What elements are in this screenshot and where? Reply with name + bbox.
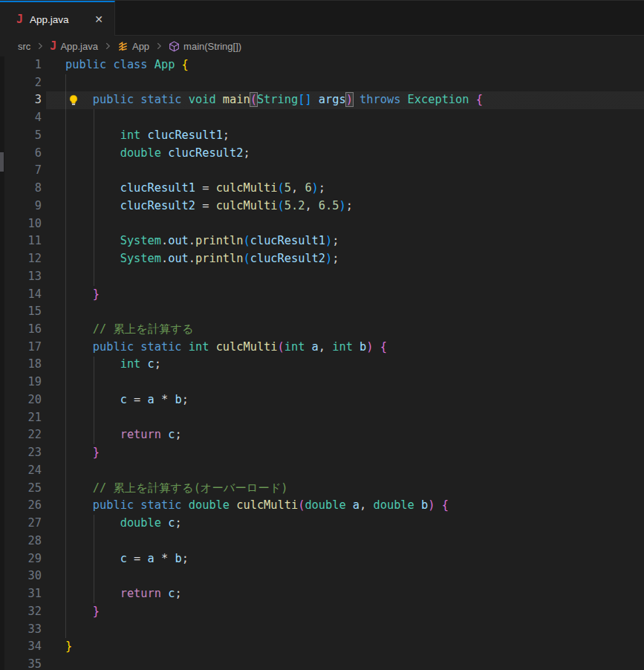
code-line-content[interactable]: [42, 215, 65, 233]
code-line[interactable]: 29 c = a * b;: [0, 550, 644, 568]
code-line-content[interactable]: public class App {: [42, 56, 189, 74]
code-line[interactable]: 24: [0, 462, 644, 480]
code-line[interactable]: 5 int clucResult1;: [0, 127, 644, 145]
code-line[interactable]: 22 return c;: [0, 426, 644, 444]
code-line-content[interactable]: // 累上を計算する(オーバーロード): [42, 480, 288, 498]
line-number[interactable]: 12: [0, 250, 42, 268]
code-line-content[interactable]: [42, 74, 65, 92]
line-number[interactable]: 23: [0, 444, 42, 462]
line-number[interactable]: 9: [0, 198, 42, 215]
code-line[interactable]: 15: [0, 303, 644, 321]
code-line-content[interactable]: [42, 462, 65, 480]
line-number[interactable]: 19: [0, 374, 42, 391]
line-number[interactable]: 26: [0, 497, 42, 515]
line-number[interactable]: 15: [0, 303, 42, 321]
code-line-content[interactable]: return c;: [42, 426, 182, 444]
code-line-content[interactable]: public static void main(String[] args) t…: [42, 91, 483, 109]
line-number[interactable]: 27: [0, 515, 42, 533]
close-icon[interactable]: ✕: [92, 12, 105, 27]
code-line-content[interactable]: c = a * b;: [42, 391, 189, 409]
code-line[interactable]: 4: [0, 109, 644, 127]
code-line[interactable]: 23 }: [0, 444, 644, 462]
code-line[interactable]: 9 clucResult2 = culcMulti(5.2, 6.5);: [0, 198, 644, 215]
code-line[interactable]: 14 }: [0, 286, 644, 304]
code-line-content[interactable]: public static double culcMulti(double a,…: [42, 497, 449, 515]
code-line-content[interactable]: }: [42, 638, 72, 656]
code-line[interactable]: 27 double c;: [0, 515, 644, 533]
tab-app-java[interactable]: J App.java ✕: [0, 1, 115, 36]
code-line-content[interactable]: System.out.println(clucResult2);: [42, 250, 339, 268]
code-line[interactable]: 25 // 累上を計算する(オーバーロード): [0, 480, 644, 498]
line-number[interactable]: 8: [0, 180, 42, 198]
line-number[interactable]: 33: [0, 621, 42, 639]
line-number[interactable]: 16: [0, 321, 42, 339]
code-line-content[interactable]: [42, 268, 65, 286]
code-line[interactable]: 17 public static int culcMulti(int a, in…: [0, 339, 644, 357]
code-line[interactable]: 34}: [0, 638, 644, 656]
code-line-content[interactable]: c = a * b;: [42, 550, 189, 568]
line-number[interactable]: 22: [0, 426, 42, 444]
code-line-content[interactable]: [42, 303, 65, 321]
code-line[interactable]: 13: [0, 268, 644, 286]
code-line[interactable]: 26 public static double culcMulti(double…: [0, 497, 644, 515]
code-line-content[interactable]: }: [42, 286, 100, 304]
line-number[interactable]: 10: [0, 215, 42, 233]
code-line-content[interactable]: clucResult1 = culcMulti(5, 6);: [42, 180, 325, 198]
scrollbar-thumb[interactable]: [0, 152, 4, 172]
line-number[interactable]: 31: [0, 585, 42, 603]
line-number[interactable]: 32: [0, 603, 42, 621]
line-number[interactable]: 6: [0, 145, 42, 163]
code-line-content[interactable]: [42, 162, 65, 180]
code-line-content[interactable]: [42, 656, 65, 670]
line-number[interactable]: 34: [0, 638, 42, 656]
code-line-content[interactable]: }: [42, 603, 100, 621]
code-line[interactable]: 32 }: [0, 603, 644, 621]
code-line-content[interactable]: double c;: [42, 515, 182, 533]
code-line[interactable]: 30: [0, 567, 644, 585]
code-line[interactable]: 11 System.out.println(clucResult1);: [0, 232, 644, 250]
breadcrumb-item-app[interactable]: App: [117, 41, 149, 52]
line-number[interactable]: 35: [0, 656, 42, 670]
code-line[interactable]: 16 // 累上を計算する: [0, 321, 644, 339]
code-line[interactable]: 18 int c;: [0, 356, 644, 374]
code-line-content[interactable]: [42, 374, 65, 391]
line-number[interactable]: 30: [0, 567, 42, 585]
line-number[interactable]: 28: [0, 533, 42, 550]
line-number[interactable]: 3: [0, 91, 42, 109]
code-line-content[interactable]: double clucResult2;: [42, 145, 250, 163]
line-number[interactable]: 21: [0, 409, 42, 427]
code-line[interactable]: 10: [0, 215, 644, 233]
line-number[interactable]: 7: [0, 162, 42, 180]
lightbulb-icon[interactable]: [68, 94, 79, 106]
code-line[interactable]: 28: [0, 533, 644, 550]
breadcrumb-item-main-string-[interactable]: main(String[]): [169, 41, 241, 52]
code-line[interactable]: 20 c = a * b;: [0, 391, 644, 409]
code-line-content[interactable]: [42, 567, 65, 585]
code-line[interactable]: 35: [0, 656, 644, 670]
code-line-content[interactable]: System.out.println(clucResult1);: [42, 232, 339, 250]
breadcrumb-item-src[interactable]: src: [18, 41, 30, 52]
line-number[interactable]: 11: [0, 232, 42, 250]
line-number[interactable]: 18: [0, 356, 42, 374]
line-number[interactable]: 13: [0, 268, 42, 286]
code-line-content[interactable]: [42, 621, 65, 639]
code-line-content[interactable]: int c;: [42, 356, 161, 374]
line-number[interactable]: 5: [0, 127, 42, 145]
code-line-content[interactable]: [42, 109, 65, 127]
code-editor[interactable]: 1public class App {23 public static void…: [0, 56, 644, 670]
code-line-content[interactable]: clucResult2 = culcMulti(5.2, 6.5);: [42, 198, 353, 215]
code-line-content[interactable]: }: [42, 444, 100, 462]
code-line-content[interactable]: public static int culcMulti(int a, int b…: [42, 339, 387, 357]
code-line[interactable]: 8 clucResult1 = culcMulti(5, 6);: [0, 180, 644, 198]
code-line[interactable]: 31 return c;: [0, 585, 644, 603]
code-line[interactable]: 1public class App {: [0, 56, 644, 74]
line-number[interactable]: 17: [0, 339, 42, 357]
line-number[interactable]: 4: [0, 109, 42, 127]
code-line[interactable]: 3 public static void main(String[] args)…: [0, 91, 644, 109]
line-number[interactable]: 20: [0, 391, 42, 409]
code-line[interactable]: 7: [0, 162, 644, 180]
code-line[interactable]: 21: [0, 409, 644, 427]
line-number[interactable]: 2: [0, 74, 42, 92]
breadcrumb-item-app-java[interactable]: JApp.java: [50, 39, 98, 53]
code-line-content[interactable]: [42, 409, 65, 427]
